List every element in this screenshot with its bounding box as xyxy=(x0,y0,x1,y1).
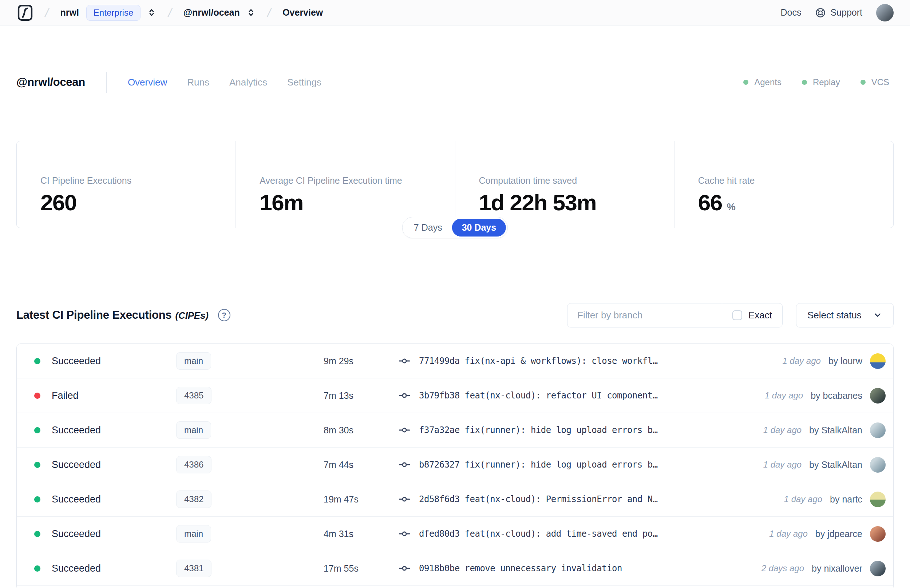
toggle-7-days[interactable]: 7 Days xyxy=(404,219,452,236)
author: by nartc xyxy=(830,494,862,505)
status-cell: Succeeded xyxy=(17,563,148,574)
breadcrumb-separator: / xyxy=(45,5,48,19)
branch-cell: main xyxy=(148,422,293,439)
commit-hash: 2d58f6d3 xyxy=(419,494,460,504)
tab-overview[interactable]: Overview xyxy=(128,77,167,88)
docs-label: Docs xyxy=(781,7,801,18)
author: by StalkAltan xyxy=(809,460,862,470)
branch-badge: 4386 xyxy=(176,456,212,473)
commit-text: 0918b0be remove unnecessary invalidation xyxy=(419,563,622,573)
table-row[interactable]: Succeeded main 4m 31s dfed80d3 feat(nx-c… xyxy=(17,517,893,551)
docs-link[interactable]: Docs xyxy=(781,7,801,18)
git-commit-icon xyxy=(399,355,410,367)
stat-card-time-saved: Computation time saved 1d 22h 53m xyxy=(455,141,674,228)
commit-message: fix(nx-api & workflows): close workfl… xyxy=(465,356,658,366)
duration-cell: 19m 47s xyxy=(293,494,381,505)
commit-text: f37a32ae fix(runner): hide log upload er… xyxy=(419,425,658,435)
commit-text: 3b79fb38 feat(nx-cloud): refactor UI com… xyxy=(419,391,658,401)
author-avatar xyxy=(870,422,886,438)
time-ago: 1 day ago xyxy=(763,460,802,470)
stat-card-avg-execution-time: Average CI Pipeline Execution time 16m xyxy=(236,141,455,228)
commit-hash: 0918b0be xyxy=(419,563,460,573)
author: by bcabanes xyxy=(811,391,862,401)
author: by lourw xyxy=(828,356,862,367)
org-switcher-button[interactable] xyxy=(147,8,157,18)
commit-message: fix(runner): hide log upload errors b… xyxy=(465,425,658,435)
git-commit-icon xyxy=(399,390,410,401)
toggle-30-days[interactable]: 30 Days xyxy=(452,219,506,236)
top-navbar: / nrwl Enterprise / @nrwl/ocean / Overvi… xyxy=(0,0,910,26)
duration-cell: 8m 30s xyxy=(293,425,381,436)
table-row[interactable]: Succeeded 4382 19m 47s 2d58f6d3 feat(nx-… xyxy=(17,482,893,517)
table-row[interactable]: Succeeded main 8m 30s f37a32ae fix(runne… xyxy=(17,413,893,447)
integration-label: Replay xyxy=(813,77,840,87)
commit-message: remove unnecessary invalidation xyxy=(465,563,622,573)
branch-cell: 4386 xyxy=(148,456,293,473)
table-row[interactable]: Succeeded main 9m 29s 771499da fix(nx-ap… xyxy=(17,344,893,378)
branch-cell: 4385 xyxy=(148,387,293,404)
stat-value: 1d 22h 53m xyxy=(479,189,674,215)
status-dot-green xyxy=(802,80,807,85)
tab-runs[interactable]: Runs xyxy=(187,77,209,88)
cipe-title: Latest CI Pipeline Executions(CIPEs) xyxy=(16,309,209,321)
workspace-header: @nrwl/ocean Overview Runs Analytics Sett… xyxy=(0,71,910,94)
navbar-actions: Docs Support xyxy=(781,4,894,21)
time-ago: 1 day ago xyxy=(765,391,803,401)
status-text: Succeeded xyxy=(52,459,101,470)
stat-suffix: % xyxy=(727,202,735,213)
enterprise-badge: Enterprise xyxy=(86,5,141,21)
nx-cloud-logo-icon[interactable] xyxy=(17,4,34,22)
breadcrumb-workspace[interactable]: @nrwl/ocean xyxy=(183,7,240,18)
branch-cell: main xyxy=(148,525,293,543)
time-range-toggle: 7 Days 30 Days xyxy=(402,217,508,238)
tab-settings[interactable]: Settings xyxy=(287,77,322,88)
workspace-title: @nrwl/ocean xyxy=(16,76,85,89)
workspace-switcher-button[interactable] xyxy=(246,8,256,18)
stat-value: 66 % xyxy=(698,189,893,215)
status-cell: Succeeded xyxy=(17,425,148,436)
integration-vcs[interactable]: VCS xyxy=(860,77,889,87)
user-avatar[interactable] xyxy=(876,4,894,21)
duration-cell: 17m 55s xyxy=(293,563,381,574)
stat-label: Computation time saved xyxy=(479,175,674,186)
table-row[interactable]: Failed 4385 7m 13s 3b79fb38 feat(nx-clou… xyxy=(17,378,893,413)
tab-analytics[interactable]: Analytics xyxy=(230,77,267,88)
meta-cell: 1 day ago by bcabanes xyxy=(765,388,893,404)
time-ago: 1 day ago xyxy=(769,529,807,539)
status-select-label: Select status xyxy=(807,310,862,321)
status-text: Succeeded xyxy=(52,355,101,367)
support-link[interactable]: Support xyxy=(815,7,862,18)
exact-checkbox-wrap[interactable]: Exact xyxy=(722,304,782,327)
stat-label: Average CI Pipeline Execution time xyxy=(260,175,455,186)
integration-label: VCS xyxy=(871,77,889,87)
author-avatar xyxy=(870,353,886,369)
support-label: Support xyxy=(830,7,862,18)
commit-hash: f37a32ae xyxy=(419,425,460,435)
table-row[interactable]: Succeeded 4386 7m 44s b8726327 fix(runne… xyxy=(17,447,893,482)
status-text: Succeeded xyxy=(52,563,101,574)
commit-cell: f37a32ae fix(runner): hide log upload er… xyxy=(381,425,763,436)
duration-cell: 9m 29s xyxy=(293,356,381,367)
table-row[interactable]: Succeeded 4381 17m 55s 0918b0be remove u… xyxy=(17,551,893,586)
git-commit-icon xyxy=(399,425,410,436)
git-commit-icon xyxy=(399,563,410,574)
commit-cell: 3b79fb38 feat(nx-cloud): refactor UI com… xyxy=(381,390,765,401)
integration-label: Agents xyxy=(754,77,782,87)
integration-replay[interactable]: Replay xyxy=(802,77,840,87)
git-commit-icon xyxy=(399,459,410,470)
exact-checkbox[interactable] xyxy=(732,310,742,320)
breadcrumb-separator: / xyxy=(168,5,171,19)
branch-filter-group: Exact xyxy=(567,303,782,328)
breadcrumb-org[interactable]: nrwl xyxy=(60,7,79,18)
cipe-title-suffix: (CIPEs) xyxy=(175,310,209,321)
help-icon[interactable]: ? xyxy=(218,309,230,321)
status-dot-green xyxy=(743,80,748,85)
status-select-button[interactable]: Select status xyxy=(796,303,894,328)
breadcrumb-separator: / xyxy=(268,5,271,19)
workspace-tabs: Overview Runs Analytics Settings xyxy=(128,77,322,88)
stat-card-cache-hit-rate: Cache hit rate 66 % xyxy=(674,141,893,228)
commit-hash: b8726327 xyxy=(419,460,460,470)
status-cell: Succeeded xyxy=(17,355,148,367)
integration-agents[interactable]: Agents xyxy=(743,77,782,87)
branch-filter-input[interactable] xyxy=(567,304,722,327)
